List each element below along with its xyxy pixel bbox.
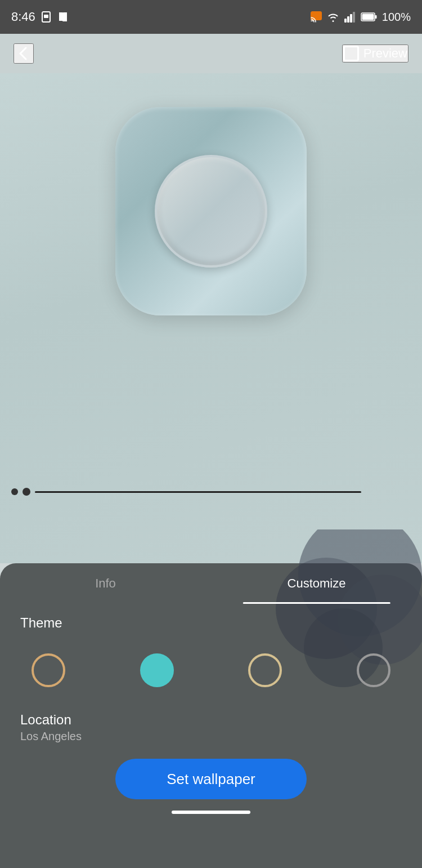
color-option-cyan[interactable]: [140, 653, 174, 687]
book-icon: [57, 11, 69, 23]
tab-info[interactable]: Info: [0, 563, 211, 604]
svg-rect-3: [344, 19, 347, 23]
battery-icon: [361, 12, 378, 22]
home-indicator: [172, 811, 250, 814]
nest-outer: [115, 107, 307, 315]
indicator-dot-2: [23, 488, 30, 496]
svg-rect-4: [347, 16, 349, 23]
color-option-gray[interactable]: [357, 653, 390, 687]
theme-section: Theme: [0, 604, 422, 698]
nest-inner: [155, 155, 267, 268]
status-time: 8:46: [11, 10, 35, 24]
indicator-line: [35, 491, 361, 493]
theme-label: Theme: [20, 615, 402, 631]
svg-rect-2: [311, 12, 321, 20]
svg-rect-8: [362, 14, 374, 20]
location-title: Location: [20, 712, 402, 728]
location-value: Los Angeles: [20, 730, 402, 743]
preview-label: Preview: [363, 46, 407, 61]
top-bar: Preview: [0, 34, 422, 73]
tab-customize[interactable]: Customize: [211, 563, 422, 604]
location-section: Location Los Angeles: [0, 698, 422, 743]
cast-icon: [310, 11, 322, 23]
wifi-icon: [327, 11, 339, 23]
bottom-panel: Info Customize Theme Location Los Angele…: [0, 563, 422, 868]
preview-icon: [343, 46, 359, 61]
status-bar: 8:46: [0, 0, 422, 34]
signal-icon: [344, 11, 356, 23]
svg-rect-5: [350, 14, 352, 23]
color-picker: [20, 642, 402, 698]
battery-percent: 100%: [382, 11, 411, 24]
page-indicator: [11, 488, 361, 496]
tabs: Info Customize: [0, 563, 422, 604]
wallpaper-preview: [0, 73, 422, 563]
svg-rect-1: [44, 15, 48, 18]
status-left: 8:46: [11, 10, 69, 24]
svg-rect-6: [353, 12, 355, 23]
sim-icon: [40, 11, 52, 23]
set-wallpaper-button[interactable]: Set wallpaper: [115, 759, 307, 799]
indicator-dot-1: [11, 488, 18, 495]
status-right: 100%: [310, 11, 411, 24]
nest-device-image: [115, 107, 307, 315]
preview-button[interactable]: Preview: [342, 44, 408, 63]
color-option-warm[interactable]: [32, 653, 65, 687]
svg-rect-9: [375, 15, 376, 19]
back-button[interactable]: [14, 43, 34, 64]
color-option-cool[interactable]: [248, 653, 282, 687]
